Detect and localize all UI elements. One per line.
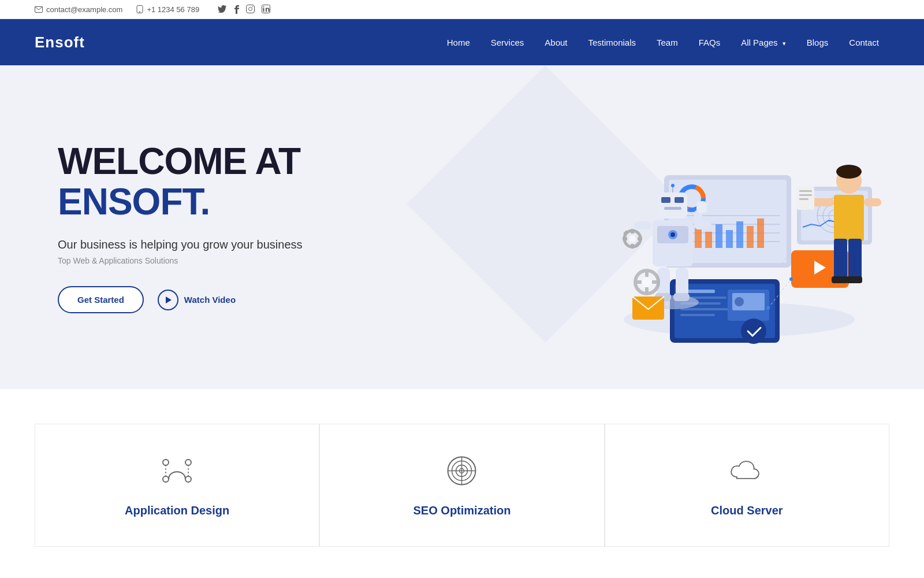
brand-logo[interactable]: Ensoft <box>35 34 85 51</box>
hero-title-top: WELCOME AT <box>58 141 303 181</box>
svg-rect-67 <box>834 239 847 279</box>
hero-title-bottom: ENSOFT. <box>58 181 303 222</box>
nav-item-team[interactable]: Team <box>646 21 688 64</box>
svg-rect-48 <box>664 207 681 210</box>
nav-item-services[interactable]: Services <box>480 21 535 64</box>
service-card-app-design: Application Design <box>35 424 319 547</box>
svg-rect-75 <box>799 198 808 200</box>
svg-rect-70 <box>846 276 862 283</box>
dropdown-arrow: ▾ <box>783 40 786 47</box>
get-started-button[interactable]: Get Started <box>58 286 144 313</box>
nav-item-about[interactable]: About <box>534 21 578 64</box>
nav-item-testimonials[interactable]: Testimonials <box>578 21 646 64</box>
svg-point-97 <box>163 476 169 482</box>
hero-buttons: Get Started Watch Video <box>58 286 303 313</box>
service-card-cloud: Cloud Server <box>605 424 889 547</box>
svg-rect-3 <box>247 5 255 13</box>
svg-rect-7 <box>263 8 264 12</box>
seo-icon <box>445 453 479 488</box>
topbar-phone: +1 1234 56 789 <box>136 5 199 14</box>
svg-rect-74 <box>799 194 812 196</box>
svg-point-54 <box>670 232 675 237</box>
hero-illustration <box>589 100 889 354</box>
hero-left: WELCOME AT ENSOFT. Our business is helpi… <box>58 141 303 314</box>
app-design-icon <box>160 453 195 488</box>
linkedin-link[interactable] <box>262 5 270 14</box>
topbar: contact@example.com +1 1234 56 789 <box>0 0 924 19</box>
svg-rect-82 <box>638 237 642 240</box>
svg-point-92 <box>741 318 766 344</box>
service-title-app-design: Application Design <box>125 504 229 517</box>
svg-rect-21 <box>736 221 743 248</box>
svg-rect-40 <box>680 308 732 310</box>
service-title-seo: SEO Optimization <box>413 504 511 517</box>
hero-section: WELCOME AT ENSOFT. Our business is helpi… <box>0 65 924 389</box>
svg-point-44 <box>735 297 744 306</box>
svg-point-78 <box>629 235 636 242</box>
svg-rect-87 <box>645 271 649 277</box>
email-icon <box>35 6 43 13</box>
instagram-link[interactable] <box>246 5 255 14</box>
svg-point-50 <box>671 184 675 187</box>
svg-rect-46 <box>661 197 670 203</box>
facebook-link[interactable] <box>234 5 239 14</box>
svg-rect-58 <box>696 201 707 213</box>
svg-point-4 <box>249 8 252 11</box>
twitter-icon <box>218 5 227 13</box>
svg-point-98 <box>185 476 191 482</box>
navbar: Ensoft Home Services About Testimonials … <box>0 19 924 65</box>
svg-rect-19 <box>716 224 722 248</box>
svg-rect-89 <box>636 280 642 284</box>
svg-rect-88 <box>645 287 649 293</box>
instagram-icon <box>246 5 255 13</box>
nav-item-home[interactable]: Home <box>437 21 480 64</box>
topbar-email: contact@example.com <box>35 5 122 14</box>
nav-item-contact[interactable]: Contact <box>839 21 889 64</box>
svg-rect-73 <box>799 190 812 192</box>
watch-video-label: Watch Video <box>184 295 236 305</box>
svg-rect-23 <box>757 218 764 248</box>
svg-rect-79 <box>631 229 634 234</box>
svg-point-100 <box>185 460 191 465</box>
topbar-socials <box>218 5 270 14</box>
svg-rect-20 <box>726 230 733 248</box>
play-icon <box>158 290 178 310</box>
nav-item-allpages[interactable]: All Pages ▾ <box>731 21 796 64</box>
watch-video-button[interactable]: Watch Video <box>158 290 236 310</box>
twitter-link[interactable] <box>218 5 227 14</box>
nav-links: Home Services About Testimonials Team FA… <box>437 21 889 64</box>
svg-rect-80 <box>631 244 634 249</box>
hero-subtitle: Our business is helping you grow your bu… <box>58 238 303 251</box>
svg-rect-41 <box>680 314 715 316</box>
svg-point-99 <box>163 460 169 465</box>
phone-icon <box>136 5 143 13</box>
svg-rect-69 <box>832 276 848 283</box>
svg-rect-76 <box>864 198 881 206</box>
service-card-seo: SEO Optimization <box>319 424 604 547</box>
svg-point-5 <box>252 6 254 8</box>
hero-tagline: Top Web & Applications Solutions <box>58 256 303 265</box>
svg-rect-18 <box>705 232 712 248</box>
services-section: Application Design SEO Optimization Clou… <box>0 389 924 578</box>
svg-point-95 <box>766 306 770 310</box>
hero-right <box>589 100 889 354</box>
linkedin-icon <box>262 5 270 13</box>
svg-point-86 <box>642 277 651 287</box>
svg-rect-81 <box>623 237 627 240</box>
cloud-icon <box>729 453 764 488</box>
svg-rect-66 <box>834 195 864 241</box>
svg-point-8 <box>263 6 264 8</box>
facebook-icon <box>234 5 239 14</box>
svg-rect-68 <box>848 239 862 279</box>
svg-point-65 <box>836 165 862 179</box>
svg-rect-55 <box>634 221 651 229</box>
svg-point-2 <box>139 12 140 13</box>
nav-item-faqs[interactable]: FAQs <box>688 21 731 64</box>
svg-point-96 <box>789 277 793 281</box>
svg-rect-45 <box>658 192 687 218</box>
service-title-cloud: Cloud Server <box>711 504 783 517</box>
svg-rect-90 <box>652 280 658 284</box>
svg-rect-60 <box>676 268 688 297</box>
nav-item-blogs[interactable]: Blogs <box>796 21 839 64</box>
svg-rect-22 <box>747 226 754 248</box>
